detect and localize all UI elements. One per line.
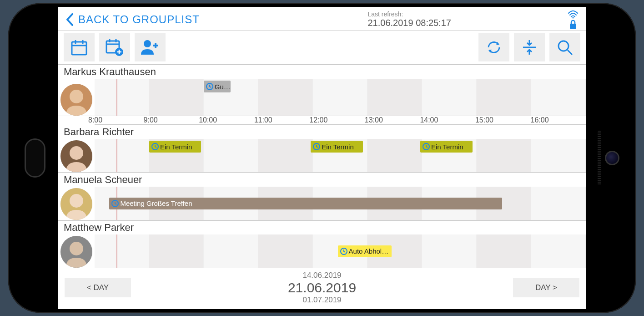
hour-slot[interactable]: [367, 139, 422, 172]
calendar-button[interactable]: [64, 33, 95, 61]
person-name: Manuela Scheuer: [58, 173, 586, 187]
now-indicator: [116, 139, 117, 172]
hour-label: 13:00: [365, 116, 420, 124]
timeline[interactable]: Ein TerminEin TerminEin Termin: [95, 139, 586, 172]
svg-rect-1: [570, 24, 576, 29]
toolbar: [58, 31, 586, 65]
date-prev: 14.06.2019: [131, 271, 513, 280]
add-calendar-button[interactable]: [99, 33, 130, 61]
calendar-event[interactable]: Ein Termin: [149, 141, 201, 153]
hour-slot[interactable]: [204, 234, 258, 268]
event-title: Ein Termin: [431, 143, 463, 151]
event-title: Auto Abhol…: [349, 247, 389, 255]
hour-label: 14:00: [420, 116, 475, 124]
hour-label: 8:00: [88, 116, 144, 124]
search-icon: [556, 38, 574, 56]
hour-label: 15:00: [475, 116, 531, 124]
wifi-icon: [568, 10, 579, 19]
date-current: 21.06.2019: [131, 280, 513, 296]
hour-slot[interactable]: [95, 139, 149, 172]
collapse-button[interactable]: [514, 33, 545, 61]
hour-slot[interactable]: [531, 79, 586, 116]
avatar[interactable]: [58, 234, 95, 268]
person-name: Matthew Parker: [58, 220, 586, 234]
event-title: Ein Termin: [160, 143, 192, 151]
hour-slot[interactable]: [258, 79, 313, 116]
sync-button[interactable]: [478, 33, 509, 61]
timeline[interactable]: Meeting Großes Treffen: [95, 187, 586, 220]
hour-slot[interactable]: [531, 234, 586, 268]
hour-slot[interactable]: [477, 234, 531, 268]
timeline[interactable]: Gu…: [95, 79, 586, 116]
hour-slot[interactable]: [422, 79, 477, 116]
date-next: 01.07.2019: [131, 296, 513, 305]
hour-slot[interactable]: [313, 79, 367, 116]
svg-point-36: [70, 194, 83, 208]
svg-rect-2: [72, 42, 86, 55]
calendar-icon: [70, 38, 88, 56]
search-button[interactable]: [549, 33, 580, 61]
svg-point-25: [558, 41, 569, 51]
hour-slot[interactable]: [531, 187, 586, 220]
next-day-button[interactable]: DAY >: [513, 278, 579, 297]
schedule-row: Auto Abhol…: [58, 234, 586, 268]
svg-point-31: [70, 146, 83, 160]
hour-slot[interactable]: [477, 79, 531, 116]
hour-slot[interactable]: [95, 234, 149, 268]
app-header: BACK TO GROUPLIST Last refresh: 21.06.20…: [58, 7, 586, 31]
hour-slot[interactable]: [258, 234, 313, 268]
date-selector[interactable]: 14.06.2019 21.06.2019 01.07.2019: [131, 271, 513, 305]
last-refresh-block: Last refresh: 21.06.2019 08:25:17: [367, 10, 451, 28]
hour-slot[interactable]: [204, 139, 258, 172]
footer: < DAY 14.06.2019 21.06.2019 01.07.2019 D…: [58, 268, 586, 309]
now-indicator: [116, 234, 117, 268]
calendar-event[interactable]: Ein Termin: [311, 141, 362, 153]
avatar[interactable]: [58, 79, 95, 116]
hour-slot[interactable]: [95, 79, 149, 116]
schedule-row: Ein TerminEin TerminEin Termin: [58, 139, 586, 173]
add-person-button[interactable]: [135, 33, 166, 61]
sync-icon: [485, 38, 503, 56]
lock-icon: [569, 20, 578, 30]
hour-slot[interactable]: [477, 139, 531, 172]
prev-day-button[interactable]: < DAY: [65, 278, 131, 297]
hour-slot[interactable]: [258, 139, 313, 172]
timeline[interactable]: Auto Abhol…: [95, 234, 586, 268]
event-title: Ein Termin: [322, 143, 354, 151]
calendar-event[interactable]: Ein Termin: [420, 141, 472, 153]
hour-slot[interactable]: [367, 79, 422, 116]
event-title: Meeting Großes Treffen: [120, 199, 192, 207]
back-button[interactable]: BACK TO GROUPLIST: [65, 13, 200, 26]
svg-point-39: [70, 242, 83, 255]
time-axis: 8:009:0010:0011:0012:0013:0014:0015:0016…: [95, 116, 586, 125]
svg-point-28: [70, 90, 83, 103]
svg-point-0: [572, 17, 574, 18]
hour-label: 10:00: [199, 116, 254, 124]
phone-frame: BACK TO GROUPLIST Last refresh: 21.06.20…: [8, 3, 636, 313]
hour-label: 16:00: [531, 116, 586, 124]
hour-slot[interactable]: [149, 79, 204, 116]
event-title: Gu…: [215, 83, 231, 91]
person-plus-icon: [140, 38, 160, 56]
last-refresh-time: 21.06.2019 08:25:17: [367, 18, 451, 28]
schedule-content: Markus KrauthausenGu…8:009:0010:0011:001…: [58, 65, 586, 268]
avatar[interactable]: [58, 187, 95, 220]
svg-line-26: [568, 50, 572, 55]
last-refresh-label: Last refresh:: [367, 10, 451, 18]
hour-slot[interactable]: [422, 234, 477, 268]
hour-slot[interactable]: [149, 234, 204, 268]
calendar-event[interactable]: Gu…: [204, 81, 231, 92]
hour-label: 12:00: [309, 116, 365, 124]
hour-slot[interactable]: [531, 139, 586, 172]
calendar-plus-icon: [105, 37, 125, 57]
calendar-event[interactable]: Auto Abhol…: [338, 245, 392, 257]
collapse-vertical-icon: [520, 38, 538, 56]
calendar-event[interactable]: Meeting Großes Treffen: [109, 198, 502, 209]
schedule-row: Gu…: [58, 79, 586, 116]
schedule-row: Meeting Großes Treffen: [58, 187, 586, 220]
svg-point-21: [144, 40, 151, 47]
person-name: Markus Krauthausen: [58, 65, 586, 79]
avatar[interactable]: [58, 139, 95, 172]
hour-label: 9:00: [144, 116, 199, 124]
phone-speaker: [598, 131, 601, 185]
